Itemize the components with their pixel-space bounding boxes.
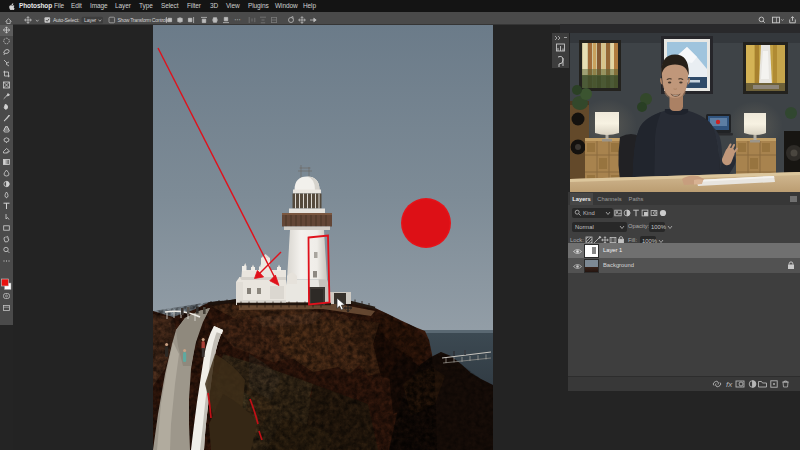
svg-text:fx: fx [726, 380, 733, 389]
svg-text:Show Transform Controls: Show Transform Controls [118, 17, 170, 23]
svg-text:Auto-Select:: Auto-Select: [53, 17, 79, 23]
svg-text:Layer: Layer [84, 17, 97, 23]
svg-text:⋯: ⋯ [234, 16, 241, 23]
